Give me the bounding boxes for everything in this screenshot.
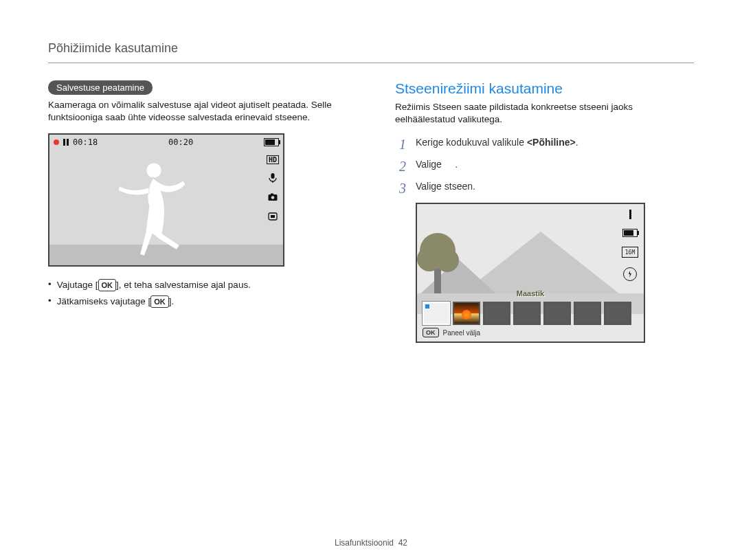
recording-status-bar: 00:18 00:20 [49, 135, 283, 150]
hd-badge-icon: HD [267, 155, 279, 164]
left-paragraph: Kaameraga on võimalik salvestuse ajal vi… [48, 99, 347, 124]
remaining-time: 00:20 [168, 137, 193, 147]
step-1: 1 Kerige kodukuval valikule <Põhiline>. [395, 137, 694, 152]
bullet-item: Vajutage [OK], et teha salvestamise ajal… [48, 279, 347, 291]
scene-thumb[interactable] [574, 302, 601, 325]
svg-point-7 [146, 163, 161, 178]
scene-thumb[interactable] [483, 302, 510, 325]
left-column: Salvestuse peatamine Kaameraga on võimal… [48, 80, 347, 343]
ok-key-icon: OK [423, 328, 439, 337]
two-column-layout: Salvestuse peatamine Kaameraga on võimal… [48, 80, 694, 343]
manual-page: Põhižiimide kasutamine Salvestuse peatam… [0, 0, 742, 560]
page-title: Põhižiimide kasutamine [48, 41, 694, 63]
resolution-badge-icon: 16M [622, 247, 638, 258]
svg-rect-0 [271, 173, 274, 179]
scene-thumb[interactable] [604, 302, 631, 325]
skater-silhouette-icon [111, 157, 194, 260]
section-heading: Stseenirežiimi kasutamine [395, 80, 694, 97]
video-recording-display: 00:18 00:20 HD [48, 133, 284, 267]
scene-thumb-landscape[interactable] [423, 302, 450, 325]
battery-icon [622, 229, 638, 237]
pause-icon [63, 139, 69, 146]
bullet2-before: Jätkamiseks vajutage [ [57, 296, 151, 306]
scene-thumbnails [423, 302, 638, 325]
step-number: 1 [395, 137, 406, 152]
bullet-item: Jätkamiseks vajutage [OK]. [48, 295, 347, 308]
step-3: 3 Valige stseen. [395, 181, 694, 196]
microphone-icon [267, 172, 278, 183]
panel-hint-label: Paneel välja [443, 329, 480, 337]
scene-thumb[interactable] [513, 302, 541, 325]
footer-page-number: 42 [398, 538, 407, 548]
single-shot-icon [629, 210, 631, 219]
svg-rect-6 [271, 215, 275, 218]
camera-icon [267, 192, 278, 203]
instruction-bullets: Vajutage [OK], et teha salvestamise ajal… [48, 279, 347, 308]
footer-section: Lisafunktsioonid [335, 538, 394, 548]
panel-hint-row: OK Paneel välja [423, 328, 638, 337]
battery-icon [264, 138, 279, 146]
bullet1-after: ], et teha salvestamise ajal paus. [116, 280, 251, 290]
ok-key-icon: OK [98, 279, 117, 291]
video-side-icons: HD [267, 155, 279, 222]
scene-mode-display: 16M Maastik [416, 203, 645, 343]
scene-name-label: Maastik [423, 289, 638, 298]
step-label: Kerige kodukuval valikule <Põhiline>. [416, 137, 578, 152]
svg-point-4 [271, 197, 275, 200]
scene-selection-bar: Maastik OK Paneel välja [423, 302, 638, 337]
step-label: Valige stseen. [416, 181, 475, 196]
recording-time-left: 00:18 [54, 137, 98, 147]
right-column: Stseenirežiimi kasutamine Režiimis Stsee… [395, 80, 694, 343]
image-stabilization-icon [267, 211, 278, 222]
right-paragraph: Režiimis Stseen saate pildistada konkree… [395, 101, 694, 126]
ok-key-icon: OK [150, 295, 169, 308]
elapsed-time: 00:18 [73, 137, 98, 147]
bullet1-before: Vajutage [ [57, 280, 98, 290]
step-label: Valige . [416, 159, 458, 174]
step-2: 2 Valige . [395, 159, 694, 174]
scene-side-icons: 16M [622, 210, 638, 281]
bullet2-after: ]. [169, 296, 175, 306]
scene-thumb-sunset[interactable] [453, 302, 480, 325]
flash-off-icon [623, 267, 637, 281]
step-number: 3 [395, 181, 406, 196]
svg-rect-3 [271, 194, 273, 195]
record-indicator-icon [54, 139, 59, 145]
steps-list: 1 Kerige kodukuval valikule <Põhiline>. … [395, 137, 694, 196]
subsection-pill: Salvestuse peatamine [48, 80, 153, 95]
step-number: 2 [395, 159, 406, 174]
svg-point-13 [436, 249, 459, 272]
scene-thumb[interactable] [543, 302, 571, 325]
page-footer: Lisafunktsioonid 42 [0, 538, 742, 548]
